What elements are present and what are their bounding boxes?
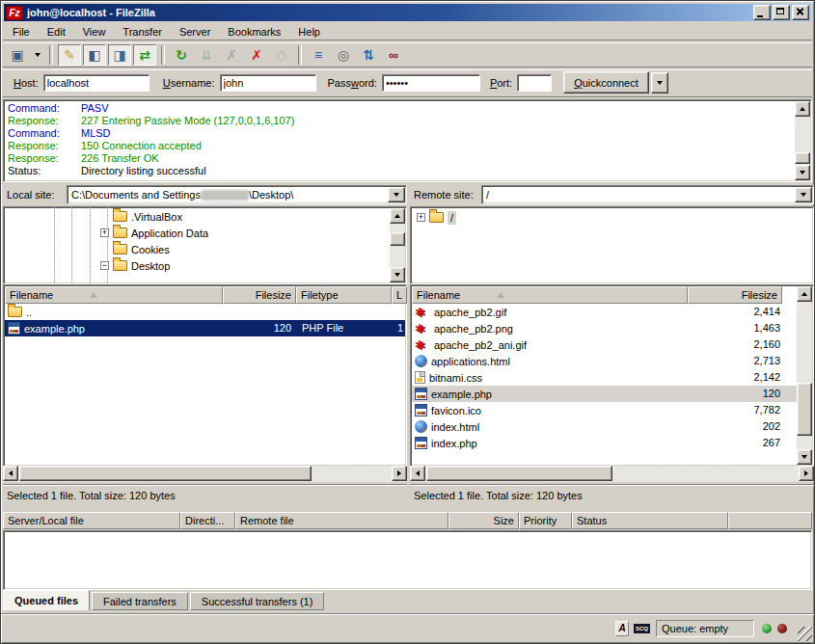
cancel-operation-button[interactable]: ✗	[220, 44, 243, 66]
tab-successful-transfers[interactable]: Successful transfers (1)	[190, 592, 325, 610]
remote-site-combo[interactable]: /	[481, 185, 814, 204]
tree-item-desktop[interactable]: −Desktop	[100, 257, 170, 274]
scroll-left-button[interactable]	[410, 466, 425, 481]
column-header-server-local-file[interactable]: Server/Local file	[3, 512, 180, 529]
scrollbar-thumb[interactable]	[19, 466, 312, 481]
tree-expand-icon[interactable]: +	[100, 228, 109, 237]
scroll-left-button[interactable]	[3, 466, 18, 481]
icon-file-icon	[415, 404, 427, 416]
file-row[interactable]: ✱apache_pb2.png1,463	[412, 320, 797, 336]
menu-transfer[interactable]: Transfer	[114, 24, 171, 40]
close-button[interactable]	[792, 5, 809, 20]
local-site-combo[interactable]: C:\Documents and Settings\Desktop\	[67, 185, 407, 204]
site-manager-dropdown[interactable]	[31, 44, 44, 66]
tree-item-virtualbox[interactable]: .VirtualBox	[100, 208, 182, 225]
file-row[interactable]: index.html202	[412, 418, 797, 435]
maximize-button[interactable]	[773, 5, 790, 20]
toggle-queue-button[interactable]: ⇄	[133, 44, 156, 66]
remote-list-scrollbar[interactable]	[797, 286, 812, 465]
file-row[interactable]: ✱apache_pb2_ani.gif2,160	[412, 336, 797, 353]
title-bar[interactable]: Fz john@localhost - FileZilla	[4, 4, 811, 21]
remote-horizontal-scrollbar[interactable]	[410, 466, 814, 482]
disconnect-button[interactable]: ✗	[245, 44, 268, 66]
menu-edit[interactable]: Edit	[39, 24, 74, 40]
column-header-filesize[interactable]: Filesize	[688, 286, 782, 304]
column-header-filename[interactable]: Filename	[5, 286, 223, 304]
remote-directory-tree[interactable]: + /	[410, 206, 814, 284]
local-file-list[interactable]: Filename Filesize Filetype L .. example.…	[3, 284, 407, 467]
resize-grip[interactable]	[798, 627, 812, 641]
file-row[interactable]: applications.html2,713	[412, 353, 797, 369]
synchronized-browsing-button[interactable]: ⇅	[357, 44, 380, 66]
speed-limit-icon[interactable]: SCQ	[634, 624, 650, 633]
scrollbar-thumb[interactable]	[390, 232, 405, 246]
column-header-last-modified[interactable]: L	[392, 286, 407, 304]
scroll-right-button[interactable]	[799, 466, 814, 481]
tree-collapse-icon[interactable]: −	[100, 261, 109, 270]
local-directory-tree[interactable]: .VirtualBox +Application Data Cookies −D…	[3, 206, 407, 284]
tree-item-cookies[interactable]: Cookies	[100, 241, 170, 257]
local-tree-scrollbar[interactable]	[390, 208, 405, 282]
file-row[interactable]: ✱apache_pb2.gif2,414	[412, 304, 797, 320]
process-queue-button[interactable]: ⇊	[195, 44, 218, 66]
column-header-filename[interactable]: Filename	[412, 286, 688, 304]
menu-help[interactable]: Help	[289, 24, 329, 40]
scroll-right-button[interactable]	[392, 466, 407, 481]
find-files-button[interactable]: ∞	[382, 44, 405, 66]
transfer-type-indicator-icon[interactable]: A	[615, 621, 629, 636]
remote-file-list[interactable]: Filename Filesize ✱apache_pb2.gif2,414 ✱…	[410, 284, 814, 467]
menu-view[interactable]: View	[74, 24, 115, 40]
scroll-up-button[interactable]	[390, 208, 405, 224]
minimize-button[interactable]	[753, 5, 771, 20]
username-input[interactable]	[220, 74, 316, 92]
column-header-filetype[interactable]: Filetype	[296, 286, 392, 304]
message-log[interactable]: Command:PASV Response:227 Entering Passi…	[3, 99, 812, 182]
scroll-down-button[interactable]	[390, 267, 405, 282]
parent-directory-row[interactable]: ..	[5, 304, 405, 320]
scrollbar-thumb[interactable]	[797, 383, 812, 436]
tab-queued-files[interactable]: Queued files	[3, 590, 90, 610]
log-scrollbar[interactable]	[795, 101, 810, 180]
reconnect-button[interactable]: ◇	[270, 44, 293, 66]
menu-bookmarks[interactable]: Bookmarks	[219, 24, 289, 40]
toggle-local-tree-button[interactable]: ◧	[83, 44, 106, 66]
column-header-direction[interactable]: Directi...	[180, 512, 235, 529]
file-row[interactable]: favicon.ico7,782	[412, 402, 797, 418]
host-input[interactable]	[43, 74, 149, 92]
column-header-size[interactable]: Size	[448, 512, 519, 529]
directory-comparison-button[interactable]: ◎	[332, 44, 355, 66]
local-site-combo-arrow[interactable]	[388, 187, 405, 202]
column-header-status[interactable]: Status	[572, 512, 728, 529]
remote-site-combo-arrow[interactable]	[795, 187, 812, 202]
queue-list[interactable]	[3, 530, 812, 590]
refresh-button[interactable]: ↻	[170, 44, 193, 66]
file-row[interactable]: index.php267	[412, 435, 797, 451]
local-horizontal-scrollbar[interactable]	[3, 466, 407, 482]
quickconnect-dropdown[interactable]	[651, 72, 668, 94]
scrollbar-thumb[interactable]	[795, 152, 810, 164]
scroll-down-button[interactable]	[795, 165, 810, 180]
scroll-up-button[interactable]	[795, 101, 810, 117]
column-header-remote-file[interactable]: Remote file	[235, 512, 448, 529]
column-header-priority[interactable]: Priority	[519, 512, 572, 529]
tab-failed-transfers[interactable]: Failed transfers	[92, 592, 188, 610]
file-row-example-php[interactable]: example.php 120 PHP File 1	[5, 320, 405, 336]
file-row[interactable]: bitnami.css2,142	[412, 369, 797, 386]
quickconnect-button[interactable]: Quickconnect	[563, 71, 649, 94]
filename-filters-button[interactable]: ≡	[307, 44, 330, 66]
menu-server[interactable]: Server	[171, 24, 219, 40]
tree-expand-icon[interactable]: +	[417, 213, 425, 222]
scroll-up-button[interactable]	[797, 286, 812, 302]
file-row-selected[interactable]: example.php120	[412, 386, 797, 402]
scroll-down-button[interactable]	[797, 449, 812, 465]
toggle-remote-tree-button[interactable]: ◨	[108, 44, 131, 66]
tree-item-application-data[interactable]: +Application Data	[100, 225, 208, 241]
tree-item-root[interactable]: + /	[417, 209, 456, 226]
port-input[interactable]	[517, 74, 552, 92]
menu-file[interactable]: File	[4, 24, 39, 40]
scrollbar-thumb[interactable]	[426, 466, 612, 481]
column-header-filesize[interactable]: Filesize	[223, 286, 296, 304]
toggle-message-log-button[interactable]: ✎	[58, 44, 81, 66]
password-input[interactable]	[382, 74, 480, 92]
site-manager-button[interactable]: ▣	[6, 44, 29, 66]
